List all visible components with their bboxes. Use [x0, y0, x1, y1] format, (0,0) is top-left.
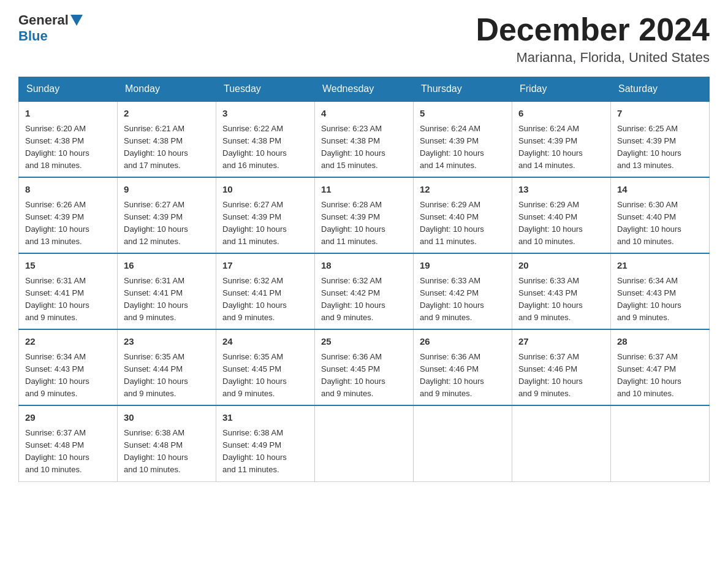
calendar-week-row: 15 Sunrise: 6:31 AMSunset: 4:41 PMDaylig… [19, 253, 710, 329]
calendar-day-cell [414, 405, 512, 481]
day-info: Sunrise: 6:34 AMSunset: 4:43 PMDaylight:… [617, 276, 681, 322]
calendar-day-cell: 18 Sunrise: 6:32 AMSunset: 4:42 PMDaylig… [315, 253, 414, 329]
day-info: Sunrise: 6:30 AMSunset: 4:40 PMDaylight:… [617, 200, 681, 246]
day-info: Sunrise: 6:26 AMSunset: 4:39 PMDaylight:… [25, 200, 89, 246]
calendar-day-cell: 30 Sunrise: 6:38 AMSunset: 4:48 PMDaylig… [118, 405, 216, 481]
day-info: Sunrise: 6:29 AMSunset: 4:40 PMDaylight:… [420, 200, 484, 246]
calendar-day-cell: 17 Sunrise: 6:32 AMSunset: 4:41 PMDaylig… [216, 253, 315, 329]
logo-blue-text: Blue [18, 28, 48, 44]
day-info: Sunrise: 6:35 AMSunset: 4:44 PMDaylight:… [124, 352, 188, 398]
day-number: 29 [25, 411, 111, 425]
calendar-day-cell: 15 Sunrise: 6:31 AMSunset: 4:41 PMDaylig… [19, 253, 118, 329]
day-info: Sunrise: 6:31 AMSunset: 4:41 PMDaylight:… [124, 276, 188, 322]
day-info: Sunrise: 6:24 AMSunset: 4:39 PMDaylight:… [420, 124, 484, 170]
day-info: Sunrise: 6:29 AMSunset: 4:40 PMDaylight:… [518, 200, 583, 246]
day-info: Sunrise: 6:34 AMSunset: 4:43 PMDaylight:… [25, 352, 89, 398]
calendar-day-cell: 26 Sunrise: 6:36 AMSunset: 4:46 PMDaylig… [414, 329, 512, 405]
day-number: 20 [518, 259, 604, 273]
day-number: 14 [617, 183, 703, 197]
day-info: Sunrise: 6:36 AMSunset: 4:45 PMDaylight:… [321, 352, 385, 398]
calendar-day-cell: 28 Sunrise: 6:37 AMSunset: 4:47 PMDaylig… [611, 329, 710, 405]
calendar-day-cell: 4 Sunrise: 6:23 AMSunset: 4:38 PMDayligh… [315, 101, 414, 177]
day-info: Sunrise: 6:31 AMSunset: 4:41 PMDaylight:… [25, 276, 89, 322]
calendar-week-row: 8 Sunrise: 6:26 AMSunset: 4:39 PMDayligh… [19, 177, 710, 253]
calendar-day-cell: 12 Sunrise: 6:29 AMSunset: 4:40 PMDaylig… [414, 177, 512, 253]
day-number: 8 [25, 183, 111, 197]
calendar-week-row: 1 Sunrise: 6:20 AMSunset: 4:38 PMDayligh… [19, 101, 710, 177]
day-number: 19 [420, 259, 506, 273]
calendar-day-cell [611, 405, 710, 481]
day-number: 24 [222, 335, 308, 349]
day-number: 30 [124, 411, 210, 425]
day-number: 16 [124, 259, 210, 273]
location-title: Marianna, Florida, United States [476, 50, 710, 66]
logo-triangle-icon [70, 15, 83, 26]
day-info: Sunrise: 6:32 AMSunset: 4:41 PMDaylight:… [222, 276, 287, 322]
weekday-header-row: SundayMondayTuesdayWednesdayThursdayFrid… [19, 77, 710, 102]
calendar-day-cell: 22 Sunrise: 6:34 AMSunset: 4:43 PMDaylig… [19, 329, 118, 405]
day-info: Sunrise: 6:38 AMSunset: 4:49 PMDaylight:… [222, 428, 287, 474]
calendar-day-cell: 6 Sunrise: 6:24 AMSunset: 4:39 PMDayligh… [512, 101, 611, 177]
calendar-day-cell: 10 Sunrise: 6:27 AMSunset: 4:39 PMDaylig… [216, 177, 315, 253]
calendar-day-cell: 13 Sunrise: 6:29 AMSunset: 4:40 PMDaylig… [512, 177, 611, 253]
weekday-header-thursday: Thursday [414, 77, 512, 102]
day-number: 27 [518, 335, 604, 349]
day-info: Sunrise: 6:33 AMSunset: 4:42 PMDaylight:… [420, 276, 484, 322]
calendar-day-cell: 29 Sunrise: 6:37 AMSunset: 4:48 PMDaylig… [19, 405, 118, 481]
day-info: Sunrise: 6:38 AMSunset: 4:48 PMDaylight:… [124, 428, 188, 474]
weekday-header-wednesday: Wednesday [315, 77, 414, 102]
day-number: 4 [321, 107, 407, 121]
day-info: Sunrise: 6:27 AMSunset: 4:39 PMDaylight:… [222, 200, 287, 246]
calendar-day-cell: 14 Sunrise: 6:30 AMSunset: 4:40 PMDaylig… [611, 177, 710, 253]
calendar-day-cell: 11 Sunrise: 6:28 AMSunset: 4:39 PMDaylig… [315, 177, 414, 253]
day-info: Sunrise: 6:32 AMSunset: 4:42 PMDaylight:… [321, 276, 385, 322]
day-info: Sunrise: 6:24 AMSunset: 4:39 PMDaylight:… [518, 124, 583, 170]
day-number: 15 [25, 259, 111, 273]
day-info: Sunrise: 6:33 AMSunset: 4:43 PMDaylight:… [518, 276, 583, 322]
day-info: Sunrise: 6:25 AMSunset: 4:39 PMDaylight:… [617, 124, 681, 170]
day-number: 12 [420, 183, 506, 197]
day-info: Sunrise: 6:37 AMSunset: 4:48 PMDaylight:… [25, 428, 89, 474]
calendar-day-cell: 16 Sunrise: 6:31 AMSunset: 4:41 PMDaylig… [118, 253, 216, 329]
day-number: 31 [222, 411, 308, 425]
calendar-day-cell: 7 Sunrise: 6:25 AMSunset: 4:39 PMDayligh… [611, 101, 710, 177]
day-number: 6 [518, 107, 604, 121]
day-info: Sunrise: 6:23 AMSunset: 4:38 PMDaylight:… [321, 124, 385, 170]
title-area: December 2024 Marianna, Florida, United … [476, 12, 710, 66]
day-number: 2 [124, 107, 210, 121]
calendar-day-cell: 8 Sunrise: 6:26 AMSunset: 4:39 PMDayligh… [19, 177, 118, 253]
calendar-day-cell: 21 Sunrise: 6:34 AMSunset: 4:43 PMDaylig… [611, 253, 710, 329]
logo: General Blue [18, 12, 85, 44]
calendar-day-cell: 9 Sunrise: 6:27 AMSunset: 4:39 PMDayligh… [118, 177, 216, 253]
logo-general-text: General [18, 12, 69, 28]
day-number: 9 [124, 183, 210, 197]
calendar-day-cell: 2 Sunrise: 6:21 AMSunset: 4:38 PMDayligh… [118, 101, 216, 177]
weekday-header-saturday: Saturday [611, 77, 710, 102]
calendar-day-cell: 23 Sunrise: 6:35 AMSunset: 4:44 PMDaylig… [118, 329, 216, 405]
day-number: 11 [321, 183, 407, 197]
day-info: Sunrise: 6:28 AMSunset: 4:39 PMDaylight:… [321, 200, 385, 246]
day-number: 26 [420, 335, 506, 349]
calendar-day-cell: 3 Sunrise: 6:22 AMSunset: 4:38 PMDayligh… [216, 101, 315, 177]
day-number: 10 [222, 183, 308, 197]
calendar-day-cell [315, 405, 414, 481]
calendar-week-row: 29 Sunrise: 6:37 AMSunset: 4:48 PMDaylig… [19, 405, 710, 481]
day-info: Sunrise: 6:21 AMSunset: 4:38 PMDaylight:… [124, 124, 188, 170]
day-info: Sunrise: 6:36 AMSunset: 4:46 PMDaylight:… [420, 352, 484, 398]
day-info: Sunrise: 6:22 AMSunset: 4:38 PMDaylight:… [222, 124, 287, 170]
day-number: 7 [617, 107, 703, 121]
calendar-day-cell [512, 405, 611, 481]
calendar-week-row: 22 Sunrise: 6:34 AMSunset: 4:43 PMDaylig… [19, 329, 710, 405]
day-number: 3 [222, 107, 308, 121]
calendar-day-cell: 24 Sunrise: 6:35 AMSunset: 4:45 PMDaylig… [216, 329, 315, 405]
day-number: 17 [222, 259, 308, 273]
month-year-title: December 2024 [476, 12, 710, 47]
day-number: 5 [420, 107, 506, 121]
page-header: General Blue December 2024 Marianna, Flo… [18, 12, 710, 66]
weekday-header-friday: Friday [512, 77, 611, 102]
day-info: Sunrise: 6:37 AMSunset: 4:47 PMDaylight:… [617, 352, 681, 398]
day-number: 13 [518, 183, 604, 197]
day-info: Sunrise: 6:20 AMSunset: 4:38 PMDaylight:… [25, 124, 89, 170]
calendar-day-cell: 31 Sunrise: 6:38 AMSunset: 4:49 PMDaylig… [216, 405, 315, 481]
weekday-header-tuesday: Tuesday [216, 77, 315, 102]
